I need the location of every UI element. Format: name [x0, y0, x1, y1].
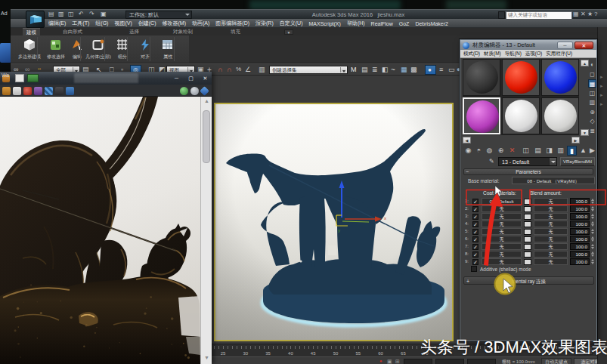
search-field[interactable] — [506, 11, 572, 20]
menu-item[interactable]: 图形编辑器(D) — [214, 20, 251, 27]
spinner-arrows-icon[interactable] — [590, 221, 595, 227]
minimize-icon[interactable]: ─ — [557, 42, 573, 49]
menu-item[interactable]: 视图(V) — [113, 20, 133, 27]
workspace-dropdown[interactable]: 工作区: 默认 — [125, 11, 192, 19]
ribbon-tab[interactable]: 建模 — [23, 28, 40, 35]
redo-icon[interactable]: ↷ — [89, 11, 94, 17]
show-end-result-icon[interactable]: ▮ — [567, 146, 577, 156]
make-unique-icon[interactable]: ◫ — [521, 146, 531, 156]
menu-item[interactable]: 组(G) — [94, 20, 110, 27]
search-input[interactable] — [506, 11, 570, 19]
slideshow-icon[interactable] — [66, 87, 74, 95]
gem-icon[interactable] — [200, 86, 209, 96]
coat-material-button[interactable]: 无 — [482, 221, 522, 227]
blend-amount-spinner[interactable]: 100.0 — [570, 243, 590, 250]
coat-enable-checkbox[interactable]: ✓ — [472, 221, 478, 227]
mirror-icon[interactable]: M — [351, 66, 357, 73]
material-name-dropdown[interactable]: 13 - Default — [498, 157, 557, 166]
spinner-arrows-icon[interactable] — [590, 205, 595, 212]
ribbon-tab[interactable]: 选择 — [125, 28, 143, 35]
photo-viewer-title-tab[interactable] — [74, 73, 138, 83]
assign-to-selection-icon[interactable]: ◍ — [485, 146, 494, 156]
bind-spacewarp-icon[interactable]: •• — [38, 66, 41, 71]
blend-amount-spinner[interactable]: 100.0 — [570, 236, 590, 242]
isolate-selection-icon[interactable]: ● — [379, 359, 382, 363]
menu-item[interactable]: 编辑(E) — [47, 20, 67, 27]
palette-icon[interactable] — [34, 87, 42, 95]
ribbon-tab[interactable]: 对象绘制 — [169, 28, 197, 35]
ribbon-tab[interactable]: 自由形式 — [59, 28, 86, 35]
material-sample-slot[interactable] — [463, 97, 500, 134]
coat-enable-checkbox[interactable]: ✓ — [472, 259, 478, 265]
coord-z-field[interactable] — [467, 359, 496, 364]
tiling-icon[interactable]: ◫ — [588, 89, 596, 97]
slots-scroll-left[interactable]: ◀ — [463, 137, 471, 143]
coat-color-swatch[interactable] — [524, 251, 531, 258]
named-selection-set-dropdown[interactable]: 创建选择集 — [269, 66, 348, 74]
material-sample-slot[interactable] — [502, 59, 540, 96]
coat-material-button[interactable]: 无 — [482, 228, 522, 235]
backlight-icon[interactable]: ◻ — [588, 70, 596, 79]
coat-color-swatch[interactable] — [524, 199, 531, 205]
spinner-arrows-icon[interactable] — [590, 258, 595, 265]
dark-tool-icon[interactable] — [55, 87, 63, 95]
menu-item[interactable]: 工具(T) — [70, 20, 91, 27]
blend-map-button[interactable]: 无 — [534, 236, 568, 242]
minimize-icon[interactable]: ─ — [172, 74, 181, 82]
material-sample-slot[interactable] — [463, 59, 500, 96]
ribbon-button[interactable]: 属性 — [151, 36, 184, 62]
material-id-icon[interactable]: ◨ — [544, 146, 554, 156]
coat-color-swatch[interactable] — [524, 221, 531, 227]
slots-scroll-right[interactable]: ▶ — [571, 137, 580, 143]
align-icon[interactable]: ▤ — [361, 66, 368, 73]
blend-map-button[interactable]: 无 — [534, 198, 568, 205]
selection-lock-icon[interactable]: ▣ — [387, 359, 392, 364]
coat-enable-checkbox[interactable]: ✓ — [472, 229, 478, 235]
coord-y-field[interactable] — [435, 359, 464, 364]
blend-amount-spinner[interactable]: 100.0 — [570, 228, 590, 235]
snap-percent-icon[interactable]: % — [236, 66, 241, 72]
undo-icon[interactable]: ↶ — [79, 11, 84, 17]
command-panel-tab-icon[interactable]: ▸ — [600, 74, 603, 79]
search-category-dropdown[interactable] — [498, 11, 505, 19]
command-panel[interactable]: ▸ ▸ ▸ ▸ — [597, 27, 607, 364]
spinner-arrows-icon[interactable] — [590, 228, 595, 235]
menu-item[interactable]: 渲染(R) — [254, 20, 275, 27]
material-editor-button[interactable]: ● — [425, 65, 436, 75]
snap-spinner-icon[interactable]: ∠ — [245, 66, 251, 73]
open-file-icon[interactable]: ▥ — [58, 11, 64, 17]
additive-shellac-checkbox[interactable] — [471, 266, 477, 272]
render-setup-icon[interactable]: ≡ — [439, 66, 443, 73]
coat-material-button[interactable]: 无 — [482, 251, 522, 258]
grid-view-icon[interactable] — [45, 87, 53, 95]
menu-item[interactable]: 动画(A) — [190, 20, 211, 27]
coat-color-swatch[interactable] — [524, 244, 531, 250]
coord-x-field[interactable] — [404, 359, 432, 364]
blend-amount-spinner[interactable]: 100.0 — [570, 205, 590, 212]
blend-map-button[interactable]: 无 — [534, 205, 568, 212]
spinner-arrows-icon[interactable] — [590, 251, 595, 258]
menu-item[interactable]: 修改器(M) — [160, 20, 187, 27]
blend-amount-spinner[interactable]: 100.0 — [570, 198, 590, 205]
sample-type-icon[interactable]: ◐ — [588, 60, 596, 69]
desktop-icon[interactable] — [0, 43, 11, 63]
3dsmax-logo-button[interactable] — [26, 11, 45, 28]
base-material-button[interactable]: 08 - Default （VRayMtl） — [512, 177, 595, 184]
coordinate-mode-icon[interactable]: ⊞ — [395, 359, 400, 364]
blend-map-button[interactable]: 无 — [534, 258, 568, 265]
maximize-icon[interactable]: ▢ — [187, 74, 195, 82]
options-icon[interactable]: ◇ — [588, 117, 596, 125]
project-folder-icon[interactable]: ▣ — [101, 11, 107, 17]
favorites-icon[interactable]: ★ — [587, 11, 593, 17]
select-by-mtl-icon[interactable]: ≣ — [588, 127, 596, 135]
material-sample-slot[interactable] — [541, 97, 579, 134]
share-orb-icon[interactable] — [180, 87, 188, 95]
coat-color-swatch[interactable] — [524, 236, 531, 242]
ribbon-tab[interactable]: 填充 — [227, 28, 244, 35]
menu-item[interactable]: 模式(D) — [463, 51, 480, 57]
spinner-arrows-icon[interactable] — [590, 236, 595, 242]
new-file-icon[interactable]: ▤ — [48, 11, 54, 17]
spinner-arrows-icon[interactable] — [590, 198, 595, 205]
coat-enable-checkbox[interactable]: ✓ — [472, 206, 478, 212]
put-to-scene-icon[interactable]: ◓ — [474, 146, 484, 156]
